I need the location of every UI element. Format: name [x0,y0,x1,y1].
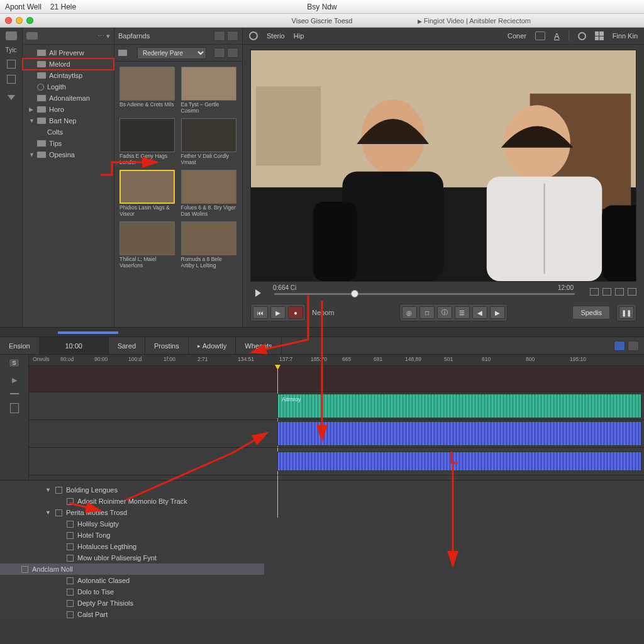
tab-wheants[interactable]: Wheants [236,337,281,354]
bin-dropdown[interactable]: Rederley Pare [137,47,206,59]
tree-item[interactable]: Melord [23,58,114,70]
tab-prostins[interactable]: Prostins [145,337,189,354]
checkbox-icon[interactable] [67,577,74,584]
tree-item[interactable]: ▶Horo [23,104,114,115]
grid-icon[interactable] [595,31,604,40]
tree-item[interactable]: Logith [23,81,114,92]
filter-icon[interactable] [227,48,238,58]
video-preview[interactable] [250,50,636,282]
pause-icon[interactable]: ❚❚ [619,306,634,319]
media-clip[interactable]: Folues 6 & 8. Bry Viger Das Wolins [181,170,238,218]
close-icon[interactable] [5,17,12,24]
timeline-timecode[interactable]: 10:00 [40,337,109,354]
tab-ension[interactable]: Ension [0,337,40,354]
tree-item[interactable]: Acintaytlsp [23,70,114,81]
minimize-icon[interactable] [16,17,23,24]
viewer-btn-coner[interactable]: Coner [508,32,526,40]
viewer-btn-hip[interactable]: Hip [294,32,304,40]
split-icon[interactable] [615,288,624,296]
gear-icon[interactable] [249,31,258,40]
clock-icon[interactable] [578,32,586,40]
checkbox-icon[interactable] [67,498,74,505]
window-controls[interactable] [5,17,33,24]
fx-item[interactable]: Calst Part [45,609,644,620]
fx-item[interactable]: Dolo to Tise [45,586,644,597]
checkbox-icon[interactable] [55,487,62,494]
checkbox-icon[interactable] [67,589,74,596]
fx-group[interactable]: ▼Bolding Lengues [45,484,644,496]
divider-strip[interactable] [0,327,644,337]
checkbox-icon[interactable] [67,521,74,528]
checkbox-icon[interactable] [21,566,28,573]
fx-item[interactable]: Andclam Noll [0,564,264,575]
tree-item[interactable]: Tips [23,138,114,149]
os-menu-item[interactable]: 21 Hele [50,3,76,11]
media-clip[interactable]: Ea Tyst – Gertle Cosimn [181,67,238,114]
panel-icon[interactable] [26,32,38,40]
loop-icon[interactable] [590,288,599,296]
record-icon[interactable]: ● [288,306,303,319]
info-icon[interactable]: ⓘ [437,306,452,319]
tree-item[interactable]: Colts [23,126,114,138]
mail-icon[interactable] [6,31,17,40]
fx-item[interactable]: Hotel Tong [45,530,644,541]
tree-item[interactable]: ▼Bart Nep [23,115,114,126]
media-clip[interactable]: Fadss E Geny Hags Londer [119,118,176,166]
media-clip[interactable]: Bs Adeine & Crets Mils [119,67,176,114]
grid-icon[interactable] [7,75,16,84]
checkbox-icon[interactable] [67,555,74,562]
fx-item[interactable]: Adosit Roinimer Momonio Bty Track [45,496,644,507]
panel-menu-icon[interactable]: ⋯ ▾ [97,32,110,40]
timeline-tool-icon[interactable] [614,341,625,351]
timeline-tool-icon[interactable] [628,341,639,351]
speak-button[interactable]: Spedis [572,306,610,319]
fx-item[interactable]: Mow ublor Palisersig Fynt [45,552,644,564]
region-indicator[interactable] [58,331,118,334]
play-icon[interactable]: ▶ [270,306,286,319]
viewer-btn-finn[interactable]: Finn Kin [613,32,638,40]
step-fwd-icon[interactable]: ▶ [490,306,505,319]
step-back-icon[interactable]: ◀ [472,306,487,319]
grid-icon[interactable] [628,288,636,296]
zoom-icon[interactable] [26,17,33,24]
checkbox-icon[interactable] [67,600,74,607]
viewer-btn-sterio[interactable]: Sterio [267,32,285,40]
video-track[interactable] [29,366,644,392]
audio-track-2[interactable] [29,420,644,448]
fx-group[interactable]: ▼Perita Motlies Trosd [45,507,644,518]
viewer-scrubber[interactable]: 0:664 Ci 12:00 [250,284,636,299]
media-clip[interactable]: Phidios Lasin Vags & Viseor [119,170,176,218]
fx-item[interactable]: Holilsy Suigty [45,518,644,530]
checkbox-icon[interactable] [67,532,74,539]
tab-adowtly[interactable]: ▸Adowtly [189,337,236,354]
media-clip[interactable]: Romuds a 8 Bele Artiby L Lelting [181,221,238,269]
tree-item[interactable]: All Preverw [23,47,114,58]
stop-icon[interactable]: □ [419,306,435,319]
fx-item[interactable]: Depty Par Thisiols [45,597,644,609]
scrub-knob[interactable] [351,290,358,297]
audio-track-3[interactable] [29,448,644,475]
time-ruler[interactable]: Onvuls80:od90:00100:d1f:002:71134:51137:… [29,355,644,366]
list-icon[interactable]: ☰ [455,306,470,319]
tab-sared[interactable]: Sared [109,337,145,354]
audio-track-1[interactable]: Aitmroy [29,392,644,420]
checkbox-icon[interactable] [55,509,62,516]
target-icon[interactable]: ◎ [402,306,417,319]
sort-icon[interactable] [214,48,225,58]
play-icon[interactable] [255,289,261,297]
list-view-icon[interactable] [214,31,225,41]
tree-item[interactable]: Adonaiteman [23,92,114,104]
fx-item[interactable]: Hotaluces Legthing [45,541,644,552]
dropdown-icon[interactable] [8,95,15,100]
fx-item[interactable]: Aotonatic Clased [45,575,644,586]
checkbox-icon[interactable] [67,543,74,550]
camera-icon[interactable] [535,31,545,40]
page-icon[interactable] [10,403,19,413]
layout-icon[interactable] [7,60,16,69]
os-menu-item[interactable]: Apont Well [5,3,42,11]
marker-icon[interactable] [602,288,611,296]
media-clip[interactable]: Thilical L; Maiel Vaserlons [119,221,176,269]
media-clip[interactable]: Fether V Dali Cordly Vmast [181,118,238,166]
track-badge[interactable]: S [9,358,19,367]
prev-icon[interactable]: ⏮ [253,306,268,319]
